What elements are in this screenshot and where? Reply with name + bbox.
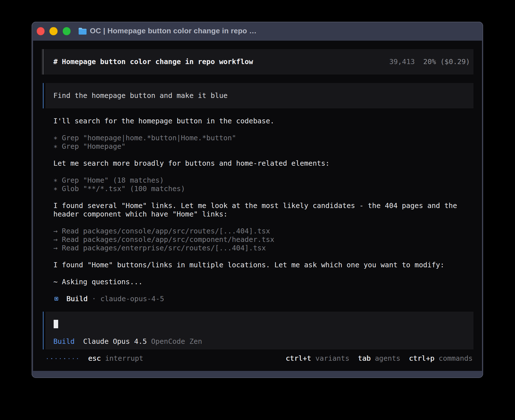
hint-key: ctrl+t — [286, 354, 311, 362]
hint-key: esc — [88, 354, 101, 362]
tool-call: → Read packages/enterprise/src/routes/[.… — [33, 244, 482, 252]
assistant-text: Let me search more broadly for buttons a… — [33, 159, 482, 168]
session-stats: 39,413 20% ($0.29) — [389, 58, 470, 66]
hint-label: interrupt — [101, 354, 143, 362]
minimize-button[interactable] — [49, 27, 58, 35]
assistant-text: header component which have "Home" links… — [33, 210, 482, 218]
input-gap — [147, 337, 151, 345]
input-info: Build Claude Opus 4.5 OpenCode Zen — [53, 337, 202, 346]
token-count: 39,413 — [389, 58, 415, 66]
input-model[interactable]: Claude Opus 4.5 — [83, 337, 147, 345]
tool-call: ∗ Glob "**/*.tsx" (100 matches) — [33, 185, 482, 193]
agent-model: claude-opus-4-5 — [100, 295, 164, 303]
text-cursor — [54, 320, 58, 328]
titlebar[interactable]: OC | Homepage button color change in rep… — [32, 22, 483, 41]
input-mode[interactable]: Build — [53, 337, 75, 345]
statusbar: esc interrupt ctrl+t variants tab agents… — [33, 354, 482, 363]
hint-key: tab — [358, 354, 371, 362]
agent-separator: · — [88, 295, 100, 303]
zoom-button[interactable] — [63, 27, 71, 35]
stats-gap — [415, 58, 423, 66]
status-text: ~ Asking questions... — [33, 278, 482, 286]
user-message: Find the homepage button and make it blu… — [45, 83, 473, 108]
agent-build-icon — [54, 297, 58, 301]
hint-label: variants — [311, 354, 349, 362]
tool-call: → Read packages/console/app/src/componen… — [33, 235, 482, 244]
user-message-text: Find the homepage button and make it blu… — [53, 91, 228, 100]
input-gap — [75, 337, 83, 345]
folder-icon — [78, 27, 87, 35]
window-title: OC | Homepage button color change in rep… — [90, 22, 257, 41]
session-title: # Homepage button color change in repo w… — [53, 58, 253, 66]
input-provider: OpenCode Zen — [151, 337, 202, 345]
close-button[interactable] — [37, 27, 45, 35]
keyboard-hints: ctrl+t variants tab agents ctrl+p comman… — [286, 354, 473, 363]
hint-key: ctrl+p — [409, 354, 434, 362]
assistant-text: I found "Home" buttons/links in multiple… — [33, 261, 482, 269]
progress-dots-icon — [47, 354, 82, 363]
tool-call: → Read packages/console/app/src/routes/[… — [33, 227, 482, 235]
terminal-screen[interactable]: # Homepage button color change in repo w… — [33, 41, 482, 371]
session-header: # Homepage button color change in repo w… — [41, 49, 473, 75]
agent-row: Build · claude-opus-4-5 — [33, 295, 482, 303]
tool-call: ∗ Grep "Home" (18 matches) — [33, 176, 482, 185]
tool-call: ∗ Grep "Homepage" — [33, 142, 482, 151]
esc-hint: esc interrupt — [88, 354, 143, 363]
terminal-window: OC | Homepage button color change in rep… — [32, 22, 483, 378]
context-cost: 20% ($0.29) — [423, 58, 470, 66]
agent-name: Build — [66, 295, 88, 303]
hint-label: agents — [371, 354, 400, 362]
assistant-text: I found several "Home" links. Let me loo… — [33, 202, 482, 210]
hint-label: commands — [435, 354, 473, 362]
hint-gap — [349, 354, 358, 362]
assistant-text: I'll search for the homepage button in t… — [33, 117, 482, 125]
tool-call: ∗ Grep "homepage|home.*button|Home.*butt… — [33, 134, 482, 142]
prompt-input[interactable]: Build Claude Opus 4.5 OpenCode Zen — [45, 312, 473, 350]
hint-gap — [400, 354, 409, 362]
